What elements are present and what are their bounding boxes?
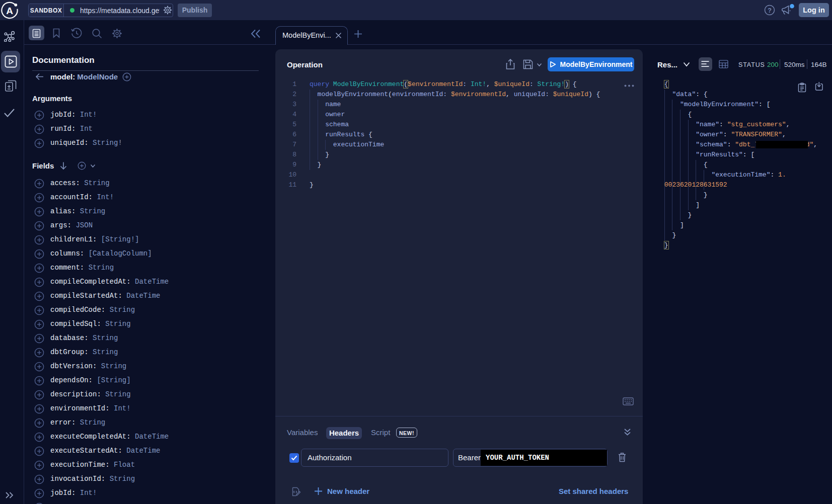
svg-text:A: A	[6, 6, 13, 16]
svg-text:?: ?	[768, 7, 772, 14]
